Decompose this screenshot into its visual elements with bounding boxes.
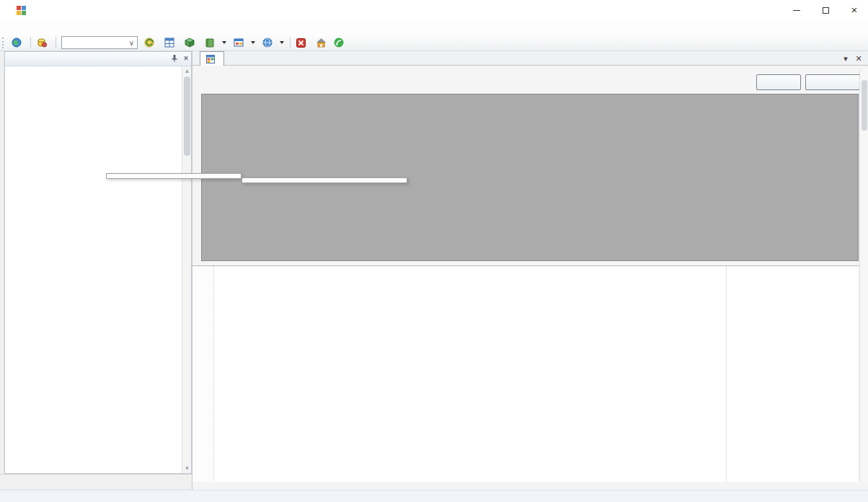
code-guide-line (726, 266, 727, 482)
database-tree (5, 66, 182, 473)
database-config-icon (37, 38, 47, 48)
scrollbar-down-icon[interactable]: ▼ (182, 464, 192, 473)
refresh-button[interactable] (756, 74, 801, 90)
document-tab-strip: ▾ ✕ (192, 51, 868, 66)
toolbar-feed-button[interactable] (330, 35, 347, 50)
window-icon (234, 38, 244, 48)
database-panel-header: × (5, 52, 191, 66)
dropdown-arrow-icon (222, 41, 226, 44)
toolbar-reload-button[interactable] (141, 35, 161, 50)
toolbar-enterpriselibrary-button[interactable] (161, 35, 181, 50)
toolbar-grip[interactable] (2, 38, 6, 48)
toolbar-dbconfig-button[interactable] (33, 35, 53, 50)
scrollbar-up-icon[interactable]: ▲ (182, 66, 192, 76)
cube-icon (185, 38, 195, 48)
toolbar-winform-button[interactable] (230, 35, 259, 50)
dropdown-arrow-icon (251, 41, 255, 44)
toolbar-abp-button[interactable] (201, 35, 230, 50)
toolbar-home-button[interactable] (312, 35, 330, 50)
line-number-gutter (192, 266, 214, 482)
title-bar: × (0, 0, 868, 20)
database-type-combobox[interactable]: ∨ (61, 36, 138, 49)
toolbar: ∨ (0, 35, 868, 51)
sql-code-editor[interactable] (192, 265, 859, 482)
panel-menu-chevron-icon[interactable]: ▾ (840, 53, 851, 64)
exit-icon (296, 38, 306, 48)
grid-icon (164, 38, 174, 48)
chevron-down-icon: ∨ (129, 39, 134, 47)
tree-scrollbar[interactable]: ▲ ▼ (182, 66, 191, 473)
dropdown-arrow-icon (280, 41, 284, 44)
app-window: × ∨ (0, 0, 868, 502)
toolbar-web-button[interactable] (259, 35, 288, 50)
pin-icon[interactable] (169, 54, 180, 64)
reload-icon (144, 38, 154, 48)
app-logo-icon (16, 5, 27, 16)
tab-table-basic-info[interactable] (200, 51, 224, 66)
close-button[interactable]: × (842, 0, 867, 20)
context-menu (106, 173, 242, 179)
database-panel: × ▲ ▼ (4, 51, 192, 474)
set-field-alias-button[interactable] (805, 74, 860, 90)
minimize-button[interactable] (784, 0, 809, 20)
maximize-button[interactable] (813, 0, 838, 20)
panel-close-icon[interactable]: ✕ (853, 53, 864, 64)
code-generation-submenu (242, 177, 407, 183)
panel-close-icon[interactable]: × (181, 53, 191, 63)
left-bottom-tabs (0, 474, 192, 490)
table-tab-icon (206, 55, 215, 63)
menu-bar (0, 20, 868, 35)
toolbar-view-button[interactable] (8, 35, 28, 50)
green-feed-icon (334, 38, 344, 48)
main-area: ▾ ✕ (192, 51, 868, 490)
status-bar (0, 490, 868, 502)
home-icon (316, 38, 327, 48)
book-icon (205, 38, 215, 48)
toolbar-sqlsugar-button[interactable] (181, 35, 201, 50)
web-globe-icon (262, 38, 273, 48)
main-scrollbar[interactable] (859, 69, 868, 482)
toolbar-exit-button[interactable] (293, 35, 312, 50)
globe-icon (12, 38, 22, 48)
